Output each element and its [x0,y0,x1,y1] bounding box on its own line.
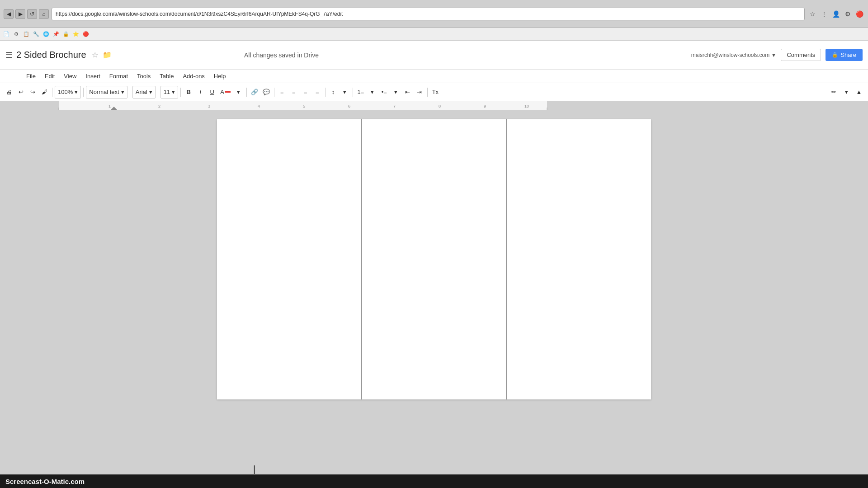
clear-format-button[interactable]: Tx [430,86,441,99]
browser-actions: ☆ ⋮ 👤 ⚙ 🔴 [807,9,864,19]
align-center-button[interactable]: ≡ [288,86,299,99]
browser-chrome: ◀ ▶ ↺ ⌂ https://docs.google.com/a/winslo… [0,0,868,28]
increase-indent-button[interactable]: ⇥ [414,86,425,99]
font-dropdown[interactable]: Arial ▾ [132,86,156,99]
svg-rect-0 [0,101,59,110]
zoom-dropdown[interactable]: 100% ▾ [55,86,81,99]
svg-text:5: 5 [303,104,305,108]
hamburger-menu[interactable]: ☰ [5,50,13,60]
forward-button[interactable]: ▶ [15,9,25,19]
menu-bar: File Edit View Insert Format Tools Table… [0,70,868,83]
star-bookmark-icon[interactable]: ☆ [807,9,817,19]
column-2[interactable] [362,119,506,399]
menu-insert[interactable]: Insert [82,71,104,81]
ext2-icon[interactable]: 📋 [22,30,31,39]
line-spacing-button[interactable]: ↕ [328,86,339,99]
line-spacing-chevron[interactable]: ▾ [340,86,350,99]
svg-text:2: 2 [158,104,160,108]
format-toolbar: 🖨 ↩ ↪ 🖌 100% ▾ Normal text ▾ Arial ▾ 11 … [0,83,868,101]
main-content: | [0,110,868,474]
underline-button[interactable]: U [207,86,217,99]
decrease-indent-button[interactable]: ⇤ [402,86,413,99]
watermark-text: Screencast-O-Matic.com [5,478,85,485]
gdocs-header: ☰ 2 Sided Brochure ☆ 📁 All changes saved… [0,41,868,70]
align-justify-button[interactable]: ≡ [312,86,323,99]
profile-icon[interactable]: 👤 [831,9,841,19]
separator8 [325,88,326,97]
highlight-color-button[interactable]: ▾ [233,86,244,99]
menu-edit[interactable]: Edit [41,71,58,81]
collapse-toolbar-button[interactable]: ▲ [854,86,864,99]
print-button[interactable]: 🖨 [4,86,14,99]
bold-button[interactable]: B [183,86,194,99]
text-cursor[interactable]: | [253,464,255,474]
ext6-icon[interactable]: 🔒 [61,30,71,39]
menu-view[interactable]: View [60,71,80,81]
svg-text:9: 9 [484,104,486,108]
user-email[interactable]: maisrchh@winslow-schools.com ▼ [691,52,777,58]
svg-text:6: 6 [348,104,350,108]
ext5-icon[interactable]: 📌 [52,30,61,39]
share-label: Share [840,52,856,58]
separator9 [353,88,353,97]
style-value: Normal text [89,89,119,95]
extension-icon[interactable]: 🔴 [854,9,864,19]
favorite-icon[interactable]: ☆ [92,51,98,59]
reload-button[interactable]: ↺ [27,9,37,19]
browser-menu-icon[interactable]: ⋮ [819,9,829,19]
insert-comment-button[interactable]: 💬 [261,86,272,99]
view-mode-chevron[interactable]: ▾ [841,86,852,99]
edit-mode-button[interactable]: ✏ [828,86,839,99]
separator1 [52,88,52,97]
fontsize-dropdown[interactable]: 11 ▾ [160,86,178,99]
menu-format[interactable]: Format [106,71,132,81]
menu-table[interactable]: Table [156,71,177,81]
separator3 [130,88,130,97]
paint-format-button[interactable]: 🖌 [39,86,50,99]
separator2 [83,88,84,97]
redo-button[interactable]: ↪ [27,86,38,99]
italic-button[interactable]: I [195,86,206,99]
ext1-icon[interactable]: ⚙ [12,30,21,39]
bullet-list-chevron[interactable]: ▾ [391,86,401,99]
ext3-icon[interactable]: 🔧 [32,30,41,39]
document-title[interactable]: 2 Sided Brochure [16,50,86,60]
separator6 [246,88,247,97]
menu-tools[interactable]: Tools [133,71,154,81]
ext8-icon[interactable]: 🔴 [81,30,90,39]
ext4-icon[interactable]: 🌐 [42,30,51,39]
ext7-icon[interactable]: ⭐ [71,30,80,39]
settings-icon[interactable]: ⚙ [843,9,853,19]
column-3[interactable] [507,119,651,399]
share-button[interactable]: 🔒 Share [826,49,863,61]
column-1[interactable] [217,119,362,399]
document-page[interactable] [217,119,651,399]
svg-rect-1 [547,101,868,110]
extension-toolbar: 📄 ⚙ 📋 🔧 🌐 📌 🔒 ⭐ 🔴 [0,28,868,41]
undo-button[interactable]: ↩ [15,86,26,99]
font-chevron: ▾ [149,89,152,95]
align-right-button[interactable]: ≡ [300,86,311,99]
separator5 [180,88,181,97]
numbered-list-button[interactable]: 1≡ [355,86,366,99]
menu-addons[interactable]: Add-ons [179,71,208,81]
home-button[interactable]: ⌂ [39,9,49,19]
folder-icon[interactable]: 📁 [103,51,112,59]
text-color-button[interactable]: A [218,86,232,99]
zoom-chevron: ▾ [75,89,78,95]
address-bar[interactable]: https://docs.google.com/a/winslow-school… [52,8,805,20]
menu-help[interactable]: Help [210,71,230,81]
back-button[interactable]: ◀ [4,9,14,19]
zoom-value: 100% [58,89,73,95]
svg-text:1: 1 [108,104,111,108]
bullet-list-button[interactable]: •≡ [379,86,390,99]
lock-icon: 🔒 [832,52,838,58]
align-left-button[interactable]: ≡ [277,86,288,99]
menu-file[interactable]: File [23,71,39,81]
style-dropdown[interactable]: Normal text ▾ [86,86,127,99]
insert-link-button[interactable]: 🔗 [249,86,260,99]
url-text: https://docs.google.com/a/winslow-school… [56,11,343,17]
font-value: Arial [136,89,147,95]
comments-button[interactable]: Comments [781,49,821,61]
numbered-list-chevron[interactable]: ▾ [367,86,378,99]
